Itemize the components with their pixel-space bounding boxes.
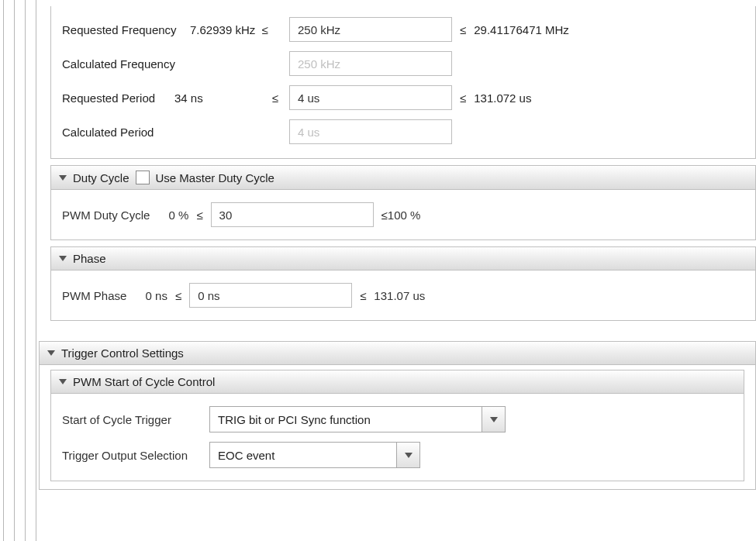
panel-trigger-control: Trigger Control Settings PWM Start of Cy…: [39, 341, 756, 490]
checkbox-use-master-duty[interactable]: [136, 171, 150, 184]
panel-title-duty-cycle: Duty Cycle: [73, 171, 129, 184]
chevron-down-icon: [47, 350, 55, 356]
label-trigger-output: Trigger Output Selection: [62, 449, 202, 462]
panel-header-trigger-control[interactable]: Trigger Control Settings: [40, 342, 755, 365]
panel-header-duty-cycle[interactable]: Duty Cycle Use Master Duty Cycle: [51, 166, 755, 190]
phase-min: 0 ns: [146, 289, 167, 302]
panel-title-phase: Phase: [73, 252, 106, 265]
panel-duty-cycle: Duty Cycle Use Master Duty Cycle PWM Dut…: [50, 165, 756, 240]
panel-header-pwm-soc[interactable]: PWM Start of Cycle Control: [51, 370, 744, 394]
input-pwm-phase[interactable]: [189, 283, 352, 308]
panel-pwm-soc: PWM Start of Cycle Control Start of Cycl…: [50, 370, 744, 481]
label-pwm-phase: PWM Phase: [62, 289, 126, 302]
panel-header-phase[interactable]: Phase: [51, 247, 755, 270]
input-requested-frequency[interactable]: [289, 17, 452, 42]
chevron-down-icon: [490, 417, 498, 422]
label-calculated-frequency: Calculated Frequency: [62, 57, 182, 71]
combo-soc-trigger[interactable]: TRIG bit or PCI Sync function: [209, 406, 506, 432]
frequency-period-group: Requested Frequency 7.62939 kHz ≤ ≤ 29.4…: [50, 6, 756, 159]
chevron-down-icon: [59, 175, 67, 181]
label-use-master-duty: Use Master Duty Cycle: [156, 171, 274, 184]
label-calculated-period: Calculated Period: [62, 126, 167, 139]
input-requested-period[interactable]: [289, 85, 452, 110]
chevron-down-icon: [405, 453, 413, 458]
label-requested-frequency: Requested Frequency: [62, 23, 182, 36]
label-soc-trigger: Start of Cycle Trigger: [62, 413, 202, 426]
duty-min: 0 %: [169, 208, 189, 222]
panel-title-trigger-control: Trigger Control Settings: [61, 346, 184, 360]
input-calculated-frequency: [289, 51, 452, 76]
req-freq-min: 7.62939 kHz: [190, 23, 255, 36]
label-requested-period: Requested Period: [62, 91, 167, 105]
duty-max: 100 %: [388, 208, 421, 222]
combo-trigger-output[interactable]: EOC event: [209, 442, 420, 468]
chevron-down-icon: [59, 379, 67, 384]
req-period-min: 34 ns: [174, 91, 203, 105]
label-pwm-duty-cycle: PWM Duty Cycle: [62, 208, 150, 222]
input-calculated-period: [289, 119, 452, 144]
input-pwm-duty-cycle[interactable]: [211, 202, 374, 227]
combo-soc-trigger-button[interactable]: [482, 407, 505, 432]
combo-soc-trigger-value: TRIG bit or PCI Sync function: [210, 407, 482, 432]
req-freq-max: 29.41176471 MHz: [474, 23, 569, 36]
combo-trigger-output-button[interactable]: [396, 443, 419, 467]
chevron-down-icon: [59, 256, 67, 261]
panel-phase: Phase PWM Phase 0 ns ≤ ≤ 131.07 us: [50, 246, 756, 321]
panel-title-pwm-soc: PWM Start of Cycle Control: [73, 375, 215, 388]
req-period-max: 131.072 us: [474, 91, 531, 105]
phase-max: 131.07 us: [374, 289, 425, 302]
combo-trigger-output-value: EOC event: [210, 443, 396, 467]
